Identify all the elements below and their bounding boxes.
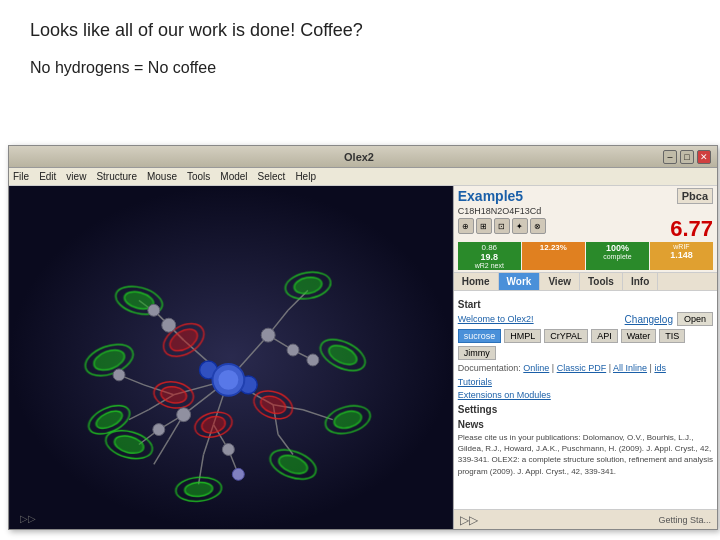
icons-row: ⊕ ⊞ ⊡ ✦ ⊗: [458, 218, 546, 234]
open-button[interactable]: Open: [677, 312, 713, 326]
tab-tools[interactable]: Tools: [580, 273, 623, 290]
main-text: Looks like all of our work is done! Coff…: [30, 20, 690, 41]
tutorials-link[interactable]: Tutorials: [458, 377, 713, 387]
right-panel: Example5 Pbca C18H18N2O4F13Cd ⊕ ⊞ ⊡ ✦ ⊗ …: [453, 186, 717, 529]
close-button[interactable]: ✕: [697, 150, 711, 164]
example-header: Example5 Pbca C18H18N2O4F13Cd ⊕ ⊞ ⊡ ✦ ⊗ …: [454, 186, 717, 273]
section-start: Start: [458, 299, 713, 310]
svg-point-67: [232, 468, 244, 480]
content-area[interactable]: Start Welcome to Olex2! Changelog Open s…: [454, 291, 717, 509]
svg-point-62: [148, 304, 160, 316]
water-btn[interactable]: Water: [621, 329, 657, 343]
api-btn[interactable]: API: [591, 329, 618, 343]
extensions-link[interactable]: Extensions on Modules: [458, 390, 713, 400]
olex2-titlebar: Olex2 – □ ✕: [9, 146, 717, 168]
hmpl-btn[interactable]: HMPL: [504, 329, 541, 343]
olex2-title-text: Olex2: [55, 151, 663, 163]
r-value: 6.77: [670, 218, 713, 240]
icon-btn-4[interactable]: ✦: [512, 218, 528, 234]
menu-file[interactable]: File: [13, 171, 29, 182]
doc-online[interactable]: Online: [523, 363, 549, 373]
cryptal-btn[interactable]: CrYPAL: [544, 329, 588, 343]
molecule-svg: ▷▷: [9, 186, 453, 529]
menu-view[interactable]: view: [66, 171, 86, 182]
stat-completeness: 0.86 19.8 wR2 next: [458, 242, 521, 270]
molecule-view: ▷▷: [9, 186, 453, 529]
svg-point-65: [177, 408, 191, 422]
menu-mouse[interactable]: Mouse: [147, 171, 177, 182]
tab-home[interactable]: Home: [454, 273, 499, 290]
nav-tabs: Home Work View Tools Info: [454, 273, 717, 291]
svg-rect-1: [10, 186, 452, 529]
sucrose-btn[interactable]: sucrose: [458, 329, 502, 343]
olex2-window: Olex2 – □ ✕ File Edit view Structure Mou…: [8, 145, 718, 530]
jimmy-btn[interactable]: Jimmy: [458, 346, 496, 360]
scroll-left[interactable]: ▷▷: [460, 513, 478, 527]
icon-btn-3[interactable]: ⊡: [494, 218, 510, 234]
news-section: News Please cite us in your publications…: [458, 419, 713, 477]
formula-text: C18H18N2O4F13Cd: [458, 206, 542, 216]
space-group: Pbca: [677, 188, 713, 204]
doc-ids[interactable]: ids: [654, 363, 666, 373]
olex2-body: ▷▷ Example5 Pbca C18H18N2O4F13Cd ⊕ ⊞: [9, 186, 717, 529]
menu-help[interactable]: Help: [295, 171, 316, 182]
doc-pdf[interactable]: Classic PDF: [557, 363, 607, 373]
welcome-link[interactable]: Welcome to Olex2!: [458, 314, 534, 324]
svg-point-66: [113, 369, 125, 381]
news-text: Please cite us in your publications: Dol…: [458, 432, 713, 477]
icon-btn-1[interactable]: ⊕: [458, 218, 474, 234]
stat-percent: 100% complete: [586, 242, 649, 270]
tab-work[interactable]: Work: [499, 273, 541, 290]
bottom-bar: ▷▷ Getting Sta...: [454, 509, 717, 529]
tab-view[interactable]: View: [540, 273, 580, 290]
stat-r1: 12.23%: [522, 242, 585, 270]
svg-point-71: [218, 370, 238, 390]
welcome-row: Welcome to Olex2! Changelog Open: [458, 312, 713, 326]
menu-edit[interactable]: Edit: [39, 171, 56, 182]
changelog-link[interactable]: Changelog: [625, 314, 673, 325]
sub-text: No hydrogens = No coffee: [30, 59, 690, 77]
olex2-controls: – □ ✕: [663, 150, 711, 164]
example-title-row: Example5 Pbca: [458, 188, 713, 204]
slide-content: Looks like all of our work is done! Coff…: [0, 0, 720, 107]
tab-info[interactable]: Info: [623, 273, 658, 290]
example-title: Example5: [458, 188, 523, 204]
tis-btn[interactable]: TIS: [659, 329, 685, 343]
doc-links: Documentation: Online | Classic PDF | Al…: [458, 363, 713, 373]
svg-text:▷▷: ▷▷: [20, 513, 36, 524]
formula-row: C18H18N2O4F13Cd: [458, 206, 713, 216]
doc-inline[interactable]: All Inline: [613, 363, 647, 373]
icon-btn-2[interactable]: ⊞: [476, 218, 492, 234]
menu-model[interactable]: Model: [220, 171, 247, 182]
stats-row: 0.86 19.8 wR2 next 12.23% 100% complete …: [458, 242, 713, 270]
svg-point-63: [307, 354, 319, 366]
svg-point-59: [287, 344, 299, 356]
stat-wRIF: wRIF 1.148: [650, 242, 713, 270]
section-settings: Settings: [458, 404, 713, 415]
action-row: sucrose HMPL CrYPAL API Water TIS Jimmy: [458, 329, 713, 360]
svg-point-61: [153, 424, 165, 436]
section-news: News: [458, 419, 713, 430]
menu-select[interactable]: Select: [258, 171, 286, 182]
bottom-right-text: Getting Sta...: [658, 515, 711, 525]
icon-btn-5[interactable]: ⊗: [530, 218, 546, 234]
svg-point-64: [162, 318, 176, 332]
minimize-button[interactable]: –: [663, 150, 677, 164]
svg-point-58: [261, 328, 275, 342]
maximize-button[interactable]: □: [680, 150, 694, 164]
menu-tools[interactable]: Tools: [187, 171, 210, 182]
olex2-menubar: File Edit view Structure Mouse Tools Mod…: [9, 168, 717, 186]
menu-structure[interactable]: Structure: [96, 171, 137, 182]
svg-point-60: [222, 443, 234, 455]
